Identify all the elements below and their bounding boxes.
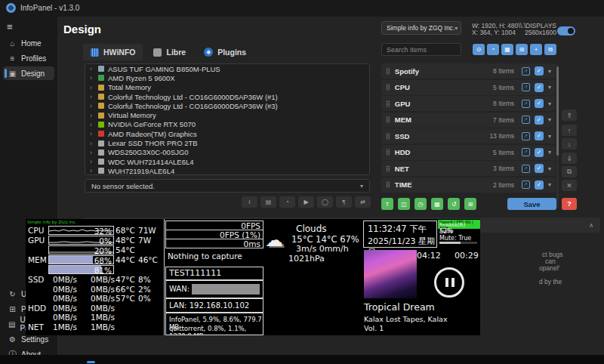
- tree-row-gpu[interactable]: ›AMD Radeon(TM) Graphics: [85, 129, 369, 138]
- media-tool-button[interactable]: ▶: [298, 196, 314, 208]
- profile-selector[interactable]: Simple info by ZGQ Inc. ▾: [381, 21, 461, 35]
- group-row-net[interactable]: ⣿NET3 Items↗✓▾: [381, 161, 556, 176]
- expand-chevron-icon[interactable]: ›: [90, 121, 94, 128]
- chevron-down-icon[interactable]: ▾: [548, 133, 551, 140]
- group-checkbox[interactable]: ✓: [535, 180, 544, 190]
- move-down-button[interactable]: ↓: [562, 138, 577, 150]
- search-input[interactable]: [381, 43, 461, 56]
- expand-chevron-icon[interactable]: ›: [90, 74, 94, 82]
- tab-hwinfo[interactable]: HWiNFO: [83, 44, 143, 60]
- drag-handle-icon[interactable]: ⣿: [386, 100, 390, 107]
- chevron-down-icon[interactable]: ▾: [548, 181, 551, 188]
- gauge-tool-button[interactable]: ◔: [279, 196, 295, 208]
- expand-chevron-icon[interactable]: ›: [90, 84, 94, 91]
- text-tool-button[interactable]: ¶: [336, 196, 352, 208]
- group-row-time[interactable]: ⣿TIME2 Items↗✓▾: [381, 177, 556, 193]
- expand-chevron-icon[interactable]: ›: [90, 65, 94, 72]
- scrollbar-thumb[interactable]: [556, 66, 559, 156]
- help-button[interactable]: ?: [562, 198, 577, 210]
- group-row-ssd[interactable]: ⣿SSD13 Items↗✓▾: [381, 128, 556, 143]
- delete-item-button[interactable]: ✕: [562, 180, 577, 191]
- tree-row-gpu[interactable]: ›NVIDIA GeForce RTX 5070: [85, 120, 369, 129]
- expand-chevron-icon[interactable]: ›: [90, 149, 94, 156]
- group-row-mem[interactable]: ⣿MEM7 Items↗✓▾: [381, 113, 556, 128]
- sensor-select-dropdown[interactable]: No sensor selected. ▾: [85, 179, 370, 193]
- group-checkbox[interactable]: ✓: [535, 116, 544, 125]
- expand-chevron-icon[interactable]: ›: [90, 167, 94, 174]
- swap-tool-button[interactable]: ⇄: [355, 196, 371, 208]
- preview-button[interactable]: ⊙: [473, 44, 485, 55]
- chevron-down-icon[interactable]: ▾: [548, 84, 551, 91]
- add-table-button[interactable]: ⊞: [464, 198, 476, 210]
- expand-chevron-icon[interactable]: ›: [90, 158, 94, 165]
- chevron-down-icon[interactable]: ▾: [548, 149, 551, 156]
- add-button[interactable]: +: [530, 44, 542, 55]
- clock-button[interactable]: ◔: [487, 44, 499, 55]
- popout-icon[interactable]: ↗: [522, 180, 530, 189]
- group-checkbox[interactable]: ✓: [535, 131, 544, 140]
- tree-row-disk[interactable]: ›Lexar SSD THOR PRO 2TB: [85, 138, 369, 147]
- drag-handle-icon[interactable]: ⣿: [386, 133, 390, 140]
- expand-chevron-icon[interactable]: ›: [90, 140, 94, 147]
- chevron-down-icon[interactable]: ▾: [548, 68, 551, 75]
- popout-icon[interactable]: ↗: [522, 165, 530, 173]
- popout-icon[interactable]: ↗: [522, 116, 530, 124]
- expand-chevron-icon[interactable]: ›: [90, 130, 94, 137]
- move-up-button[interactable]: ↑: [562, 125, 577, 136]
- add-bar-button[interactable]: ◫: [398, 198, 410, 210]
- group-checkbox[interactable]: ✓: [535, 164, 544, 173]
- group-checkbox[interactable]: ✓: [535, 66, 544, 76]
- group-checkbox[interactable]: ✓: [535, 83, 544, 92]
- duplicate-item-button[interactable]: ⧉: [562, 166, 577, 177]
- expand-chevron-icon[interactable]: ›: [90, 102, 94, 110]
- move-to-top-button[interactable]: ⇑: [562, 110, 577, 121]
- group-row-cpu[interactable]: ⣿CPU5 Items↗✓▾: [381, 80, 556, 95]
- tree-row-memory[interactable]: ›Colorful Technology Ltd - CO16G6000D5AP…: [85, 92, 369, 101]
- donut-tool-button[interactable]: ◯: [317, 196, 333, 208]
- tab-plugins[interactable]: ◆ Plugins: [196, 44, 254, 60]
- tree-row-memory[interactable]: ›Total Memory: [85, 83, 369, 92]
- add-image-button[interactable]: ▦: [431, 198, 443, 210]
- tree-row-disk[interactable]: ›WDC WUH721414ALE6L4: [85, 157, 369, 166]
- grid-button[interactable]: ▦: [501, 44, 513, 55]
- tree-row-disk[interactable]: ›WUH721919ALE6L4: [85, 166, 369, 175]
- popout-icon[interactable]: ↗: [522, 100, 530, 108]
- tab-libre[interactable]: Libre: [146, 44, 193, 60]
- tree-row-motherboard[interactable]: ›ASUS TUF GAMING B850M-PLUS: [85, 64, 369, 73]
- expand-chevron-icon[interactable]: ›: [90, 93, 94, 100]
- move-to-bottom-button[interactable]: ⇓: [562, 153, 577, 164]
- group-row-gpu[interactable]: ⣿GPU8 Items↗✓▾: [381, 96, 556, 111]
- duplicate-button[interactable]: ⧉: [544, 44, 556, 55]
- add-text-button[interactable]: T: [381, 198, 393, 210]
- group-list-scrollbar[interactable]: [556, 65, 559, 208]
- panel-preview[interactable]: Simple Info by ZGQ Inc. Speed | FPS 60 |…: [26, 219, 480, 335]
- display-toggle[interactable]: [557, 26, 575, 35]
- group-checkbox[interactable]: ✓: [535, 99, 544, 108]
- sidebar-item-home[interactable]: ⌂ Home: [3, 36, 54, 50]
- chevron-down-icon[interactable]: ▾: [548, 165, 551, 172]
- group-checkbox[interactable]: ✓: [535, 148, 544, 157]
- tree-row-memory[interactable]: ›Colorful Technology Ltd - CO16G6000D5AP…: [85, 101, 369, 110]
- tree-row-memory[interactable]: ›Virtual Memory: [85, 110, 369, 119]
- add-panel-button[interactable]: ⊞: [516, 44, 528, 55]
- group-row-hdd[interactable]: ⣿HDD5 Items↗✓▾: [381, 145, 556, 160]
- sidebar-item-profiles[interactable]: ≡ Profiles: [3, 51, 54, 65]
- expand-chevron-icon[interactable]: ›: [90, 112, 94, 119]
- drag-handle-icon[interactable]: ⣿: [386, 68, 390, 75]
- info-tool-button[interactable]: i: [242, 196, 257, 208]
- popout-icon[interactable]: ↗: [522, 83, 530, 91]
- popout-icon[interactable]: ↗: [522, 148, 530, 156]
- popout-icon[interactable]: ↗: [522, 67, 530, 76]
- pause-button[interactable]: [434, 267, 464, 298]
- drag-handle-icon[interactable]: ⣿: [386, 84, 390, 91]
- add-gauge-button[interactable]: ↺: [448, 198, 460, 210]
- drag-handle-icon[interactable]: ⣿: [386, 181, 390, 188]
- chart-tool-button[interactable]: ▤: [260, 196, 276, 208]
- add-clock-button[interactable]: ◷: [414, 198, 427, 210]
- tree-row-disk[interactable]: ›WDS250G3X0C-00SJG0: [85, 148, 369, 157]
- drag-handle-icon[interactable]: ⣿: [386, 116, 390, 123]
- chevron-down-icon[interactable]: ▾: [548, 100, 551, 107]
- group-row-spotify[interactable]: ⣿Spotify8 Items↗✓▾: [381, 63, 556, 79]
- tree-row-cpu[interactable]: ›AMD Ryzen 5 9600X: [85, 73, 369, 82]
- drag-handle-icon[interactable]: ⣿: [386, 149, 390, 156]
